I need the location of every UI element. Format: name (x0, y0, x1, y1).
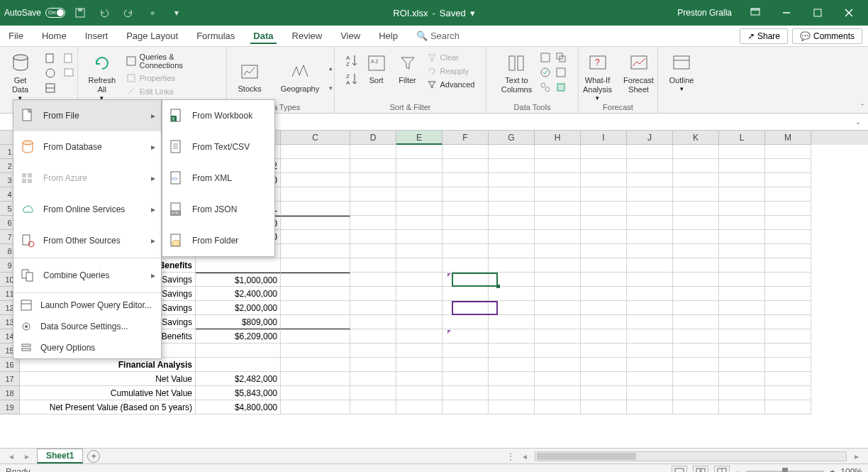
split-handle[interactable]: ⋮ (506, 451, 515, 461)
cell[interactable] (443, 230, 489, 244)
comments-button[interactable]: 💬Comments (792, 28, 862, 44)
cell[interactable] (281, 145, 350, 159)
normal-view-icon[interactable] (672, 466, 687, 473)
collapse-ribbon-icon[interactable]: ˆ (861, 103, 864, 111)
cell[interactable] (350, 287, 396, 301)
cell[interactable] (765, 230, 811, 244)
tab-page-layout[interactable]: Page Layout (123, 28, 181, 44)
cell[interactable] (673, 301, 719, 315)
scrollbar-thumb[interactable] (537, 453, 636, 460)
cell[interactable] (673, 173, 719, 187)
cell[interactable] (396, 344, 443, 358)
sheet-tab[interactable]: Sheet1 (37, 449, 83, 463)
cell[interactable] (443, 145, 489, 159)
sort-button[interactable]: A Z Sort (363, 49, 390, 85)
touch-mode-icon[interactable]: ● (143, 4, 162, 22)
cell[interactable]: Cumulative Net Value (20, 386, 196, 400)
cell[interactable] (443, 244, 489, 258)
col-header[interactable]: E (396, 131, 443, 145)
cell[interactable] (719, 287, 765, 301)
cell[interactable] (396, 386, 443, 400)
cell[interactable] (396, 145, 443, 159)
cell[interactable] (489, 202, 535, 216)
data-model-icon[interactable] (555, 82, 567, 93)
cell[interactable] (719, 159, 765, 173)
cell[interactable] (673, 216, 719, 230)
cell[interactable] (350, 145, 396, 159)
cell[interactable] (443, 287, 489, 301)
cell[interactable] (765, 315, 811, 329)
close-icon[interactable] (834, 2, 864, 23)
cell[interactable] (765, 159, 811, 173)
cell[interactable] (281, 301, 350, 315)
cell[interactable] (489, 386, 535, 400)
cell[interactable] (396, 329, 443, 344)
cell[interactable] (443, 315, 489, 329)
cell[interactable] (489, 187, 535, 202)
from-web-icon[interactable] (43, 67, 57, 79)
cell[interactable]: $4,800,000 (196, 400, 281, 415)
cell[interactable] (396, 372, 443, 386)
cell[interactable] (673, 230, 719, 244)
consolidate-icon[interactable] (555, 67, 567, 78)
cell[interactable] (489, 216, 535, 230)
cell[interactable]: $2,400,000 (196, 287, 281, 301)
cell[interactable] (673, 273, 719, 287)
cell[interactable] (396, 273, 443, 287)
cell[interactable] (443, 372, 489, 386)
cell[interactable] (443, 187, 489, 202)
col-header[interactable]: H (535, 131, 581, 145)
save-state-dropdown-icon[interactable]: ▾ (470, 8, 475, 18)
cell[interactable] (535, 400, 581, 415)
cell[interactable] (350, 329, 396, 344)
cell[interactable] (765, 187, 811, 202)
cell[interactable] (396, 202, 443, 216)
cell[interactable] (581, 386, 627, 400)
cell[interactable] (581, 273, 627, 287)
tab-formulas[interactable]: Formulas (194, 28, 238, 44)
cell[interactable]: $809,000 (196, 315, 281, 329)
cell[interactable] (535, 145, 581, 159)
toggle-switch-icon[interactable]: On (45, 8, 65, 18)
row-header[interactable]: 18 (0, 386, 20, 400)
cell[interactable] (443, 301, 489, 315)
cell[interactable] (535, 159, 581, 173)
cell[interactable] (443, 344, 489, 358)
cell[interactable] (673, 372, 719, 386)
cell[interactable]: Net Present Value (Based on 5 years) (20, 400, 196, 415)
cell[interactable] (350, 273, 396, 287)
cell[interactable] (765, 344, 811, 358)
cell[interactable] (396, 358, 443, 372)
cell[interactable] (719, 202, 765, 216)
cell[interactable] (719, 372, 765, 386)
sheet-nav-next-icon[interactable]: ▸ (21, 451, 33, 461)
cell[interactable] (350, 386, 396, 400)
cell[interactable]: $5,843,000 (196, 386, 281, 400)
cell[interactable] (627, 244, 673, 258)
cell[interactable] (535, 187, 581, 202)
row-header[interactable]: 17 (0, 372, 20, 386)
cell[interactable] (443, 202, 489, 216)
sheet-nav-prev-icon[interactable]: ◂ (6, 451, 17, 461)
cell[interactable] (281, 315, 350, 329)
cell[interactable] (765, 301, 811, 315)
cell[interactable] (765, 173, 811, 187)
cell[interactable] (281, 344, 350, 358)
cell[interactable] (765, 244, 811, 258)
cell[interactable] (719, 329, 765, 344)
menu-combine-queries[interactable]: Combine Queries▸ (13, 260, 161, 291)
minimize-icon[interactable] (772, 2, 801, 23)
cell[interactable] (396, 173, 443, 187)
cell[interactable] (396, 159, 443, 173)
cell[interactable] (281, 202, 350, 216)
cell[interactable] (396, 187, 443, 202)
ribbon-display-icon[interactable] (740, 2, 770, 23)
cell[interactable] (627, 173, 673, 187)
cell[interactable] (673, 315, 719, 329)
cell[interactable] (281, 187, 350, 202)
menu-from-folder[interactable]: From Folder (162, 225, 274, 256)
cell[interactable] (719, 273, 765, 287)
outline-button[interactable]: Outline ▾ (664, 49, 699, 92)
zoom-in-button[interactable]: + (830, 467, 835, 473)
search-box[interactable]: 🔍Search (413, 28, 462, 44)
